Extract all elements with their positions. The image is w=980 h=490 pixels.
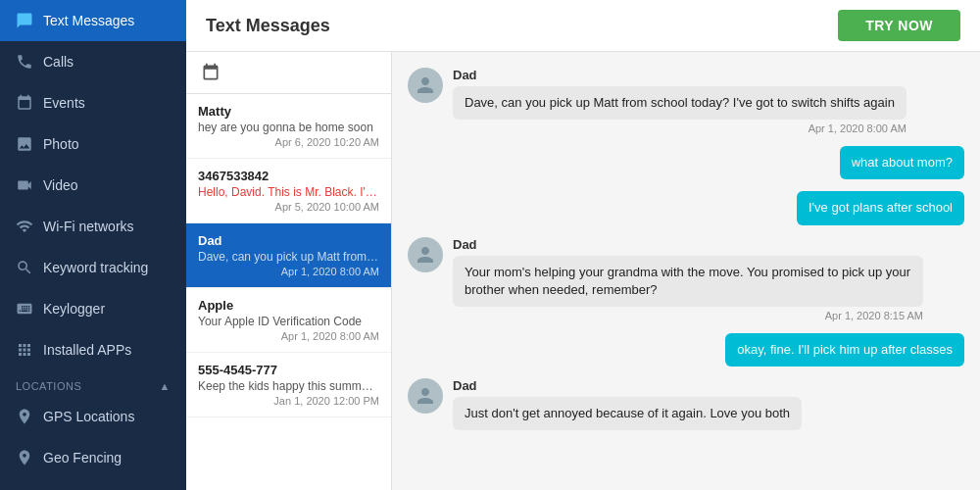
calendar-bar xyxy=(186,52,391,94)
geofence-icon xyxy=(16,449,33,466)
bubble-content: I've got plans after school xyxy=(797,191,964,224)
main-content: Text Messages TRY NOW Matty hey are you … xyxy=(186,0,980,490)
message-icon xyxy=(16,12,33,29)
avatar xyxy=(408,68,443,103)
social-section-header: SOCIAL NETWORKS ▲ xyxy=(0,478,186,490)
sidebar-item-label: Calls xyxy=(43,54,74,70)
video-icon xyxy=(16,176,33,194)
message-bubble-row: Dad Just don't get annoyed because of it… xyxy=(408,378,964,430)
sidebar-item-label: Geo Fencing xyxy=(43,450,122,466)
try-now-button[interactable]: TRY NOW xyxy=(838,10,960,41)
sidebar-item-label: Installed APPs xyxy=(43,342,131,358)
msg-sender: Matty xyxy=(198,104,379,119)
sidebar-item-label: Events xyxy=(43,95,85,111)
message-bubble-row: Dad Dave, can you pick up Matt from scho… xyxy=(408,68,964,134)
message-bubble-row: what about mom? xyxy=(408,146,964,179)
sidebar-item-events[interactable]: Events xyxy=(0,82,186,123)
sidebar-item-wifi[interactable]: Wi-Fi networks xyxy=(0,206,186,247)
sidebar-item-label: GPS Locations xyxy=(43,409,134,424)
message-list-item[interactable]: 3467533842 Hello, David. This is Mr. Bla… xyxy=(186,159,391,223)
messages-list: Matty hey are you gonna be home soon Apr… xyxy=(186,52,392,490)
msg-preview: hey are you gonna be home soon xyxy=(198,121,379,134)
msg-preview: Hello, David. This is Mr. Black. I've no… xyxy=(198,185,379,199)
bubble-content: okay, fine. I'll pick him up after class… xyxy=(725,333,964,367)
page-header: Text Messages TRY NOW xyxy=(186,0,980,52)
message-list-item[interactable]: 555-4545-777 Keep the kids happy this su… xyxy=(186,353,391,417)
bubble-content: Dad Your mom's helping your grandma with… xyxy=(453,237,923,321)
bubble-text: Your mom's helping your grandma with the… xyxy=(453,256,923,307)
avatar xyxy=(408,237,443,272)
wifi-icon xyxy=(16,218,33,235)
bubble-text: Just don't get annoyed because of it aga… xyxy=(453,397,802,430)
sidebar-item-label: Keyword tracking xyxy=(43,260,148,275)
bubble-text-outgoing: I've got plans after school xyxy=(797,191,964,224)
message-bubble-row: okay, fine. I'll pick him up after class… xyxy=(408,333,964,367)
msg-sender: Dad xyxy=(198,233,379,248)
sidebar-item-label: Wi-Fi networks xyxy=(43,219,134,234)
calendar-small-icon xyxy=(16,94,33,112)
sidebar-item-label: Photo xyxy=(43,136,79,152)
msg-preview: Your Apple ID Verification Code xyxy=(198,315,379,328)
bubble-sender: Dad xyxy=(453,378,802,393)
msg-date: Apr 1, 2020 8:00 AM xyxy=(198,266,379,277)
sidebar-item-label: Video xyxy=(43,177,78,193)
message-list-item[interactable]: Dad Dave, can you pick up Matt from scho… xyxy=(186,223,391,288)
content-area: Matty hey are you gonna be home soon Apr… xyxy=(186,52,980,490)
msg-preview: Keep the kids happy this summer with ... xyxy=(198,379,379,393)
msg-preview: Dave, can you pick up Matt from schoo... xyxy=(198,250,379,264)
avatar xyxy=(408,378,443,414)
bubble-text-outgoing: what about mom? xyxy=(840,146,964,179)
apps-icon xyxy=(16,341,33,359)
bubble-date: Apr 1, 2020 8:00 AM xyxy=(453,122,906,134)
page-title: Text Messages xyxy=(206,16,330,36)
bubble-text-outgoing: okay, fine. I'll pick him up after class… xyxy=(725,333,964,367)
bubble-content: what about mom? xyxy=(840,146,964,179)
sidebar-item-keyword-tracking[interactable]: Keyword tracking xyxy=(0,247,186,288)
msg-sender: 555-4545-777 xyxy=(198,363,379,377)
keylogger-icon xyxy=(16,300,33,318)
sidebar-item-video[interactable]: Video xyxy=(0,165,186,206)
chevron-up-icon: ▲ xyxy=(160,380,171,392)
msg-sender: 3467533842 xyxy=(198,169,379,183)
message-bubble-row: Dad Your mom's helping your grandma with… xyxy=(408,237,964,321)
sidebar: Text Messages Calls Events Photo Video W… xyxy=(0,0,186,490)
bubble-content: Dad Just don't get annoyed because of it… xyxy=(453,378,802,430)
msg-date: Jan 1, 2020 12:00 PM xyxy=(198,395,379,407)
message-list-item[interactable]: Matty hey are you gonna be home soon Apr… xyxy=(186,94,391,159)
keyword-icon xyxy=(16,259,33,276)
bubble-content: Dad Dave, can you pick up Matt from scho… xyxy=(453,68,906,134)
sidebar-item-gps-locations[interactable]: GPS Locations xyxy=(0,396,186,437)
sidebar-item-keylogger[interactable]: Keylogger xyxy=(0,288,186,329)
sidebar-item-label: Text Messages xyxy=(43,13,134,28)
bubble-sender: Dad xyxy=(453,68,906,82)
msg-sender: Apple xyxy=(198,298,379,313)
gps-icon xyxy=(16,408,33,425)
bubble-sender: Dad xyxy=(453,237,923,252)
sidebar-item-calls[interactable]: Calls xyxy=(0,41,186,82)
conversation-area: Dad Dave, can you pick up Matt from scho… xyxy=(392,52,980,490)
message-bubble-row: I've got plans after school xyxy=(408,191,964,224)
sidebar-item-text-messages[interactable]: Text Messages xyxy=(0,0,186,41)
sidebar-item-installed-apps[interactable]: Installed APPs xyxy=(0,329,186,370)
bubble-text: Dave, can you pick up Matt from school t… xyxy=(453,86,906,120)
msg-date: Apr 5, 2020 10:00 AM xyxy=(198,201,379,213)
msg-date: Apr 1, 2020 8:00 AM xyxy=(198,330,379,342)
sidebar-item-label: Keylogger xyxy=(43,301,105,317)
phone-icon xyxy=(16,53,33,71)
message-list-item[interactable]: Apple Your Apple ID Verification Code Ap… xyxy=(186,288,391,353)
sidebar-item-geo-fencing[interactable]: Geo Fencing xyxy=(0,437,186,478)
photo-icon xyxy=(16,135,33,153)
msg-date: Apr 6, 2020 10:20 AM xyxy=(198,136,379,148)
bubble-date: Apr 1, 2020 8:15 AM xyxy=(453,310,923,321)
sidebar-item-photo[interactable]: Photo xyxy=(0,123,186,165)
calendar-filter-icon[interactable] xyxy=(198,60,223,85)
locations-section-header: LOCATIONS ▲ xyxy=(0,370,186,396)
